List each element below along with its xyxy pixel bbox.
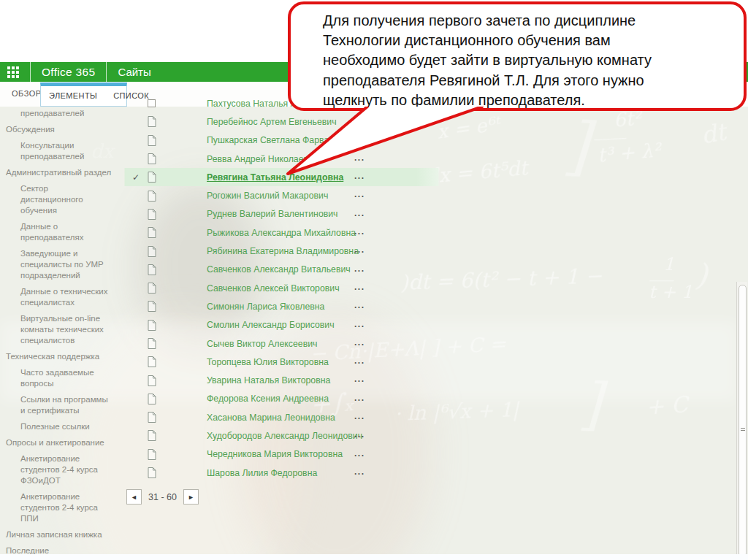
document-icon bbox=[148, 467, 158, 479]
list-row: Торопцева Юлия Викторовна... bbox=[0, 353, 738, 371]
teacher-name-link[interactable]: Симонян Лариса Яковлевна bbox=[207, 302, 324, 312]
row-menu-button[interactable]: ... bbox=[354, 374, 365, 384]
document-icon bbox=[148, 393, 158, 404]
document-icon bbox=[148, 356, 158, 368]
document-icon bbox=[148, 375, 158, 386]
document-icon bbox=[148, 227, 158, 239]
row-menu-button[interactable]: ... bbox=[354, 245, 365, 255]
bottom-edge bbox=[0, 554, 748, 560]
document-icon bbox=[148, 172, 158, 183]
list-row: Перебейнос Артем Евгеньевич... bbox=[0, 112, 738, 131]
teacher-name-link[interactable]: Чередникова Мария Викторовна bbox=[207, 449, 343, 459]
teacher-name-link[interactable]: Руднев Валерий Валентинович bbox=[207, 209, 338, 219]
teacher-name-link[interactable]: Ревягина Татьяна Леонидовна bbox=[207, 172, 343, 183]
list-row: Уварина Наталья Викторовна... bbox=[0, 371, 738, 389]
list-row: Хасанова Марина Леонидовна... bbox=[0, 408, 738, 426]
document-icon bbox=[148, 153, 158, 165]
row-menu-button[interactable]: ... bbox=[354, 134, 365, 145]
teacher-name-link[interactable]: Худобородов Александр Леонидович bbox=[207, 431, 362, 441]
slide-canvas: x = e⁶ᵗdx = 6t⁵dt]6t²⎯⎯⎯⎯t³ + λ²dtdx)dt … bbox=[0, 0, 748, 560]
document-icon bbox=[148, 190, 158, 202]
divider bbox=[30, 62, 31, 82]
page-range-label: 31 - 60 bbox=[148, 492, 177, 502]
row-menu-button[interactable]: ... bbox=[354, 393, 365, 403]
row-menu-button[interactable]: ... bbox=[354, 153, 365, 163]
teacher-name-link[interactable]: Савченков Александр Витальевич bbox=[207, 264, 351, 275]
row-menu-button[interactable]: ... bbox=[354, 300, 365, 310]
teacher-name-link[interactable]: Рябинина Екатерина Владимировна bbox=[207, 246, 359, 256]
teacher-name-link[interactable]: Пушкарская Светлана Фарважевна bbox=[207, 135, 355, 145]
document-icon bbox=[148, 264, 158, 275]
teacher-name-link[interactable]: Шарова Лилия Федоровна bbox=[207, 468, 317, 478]
divider bbox=[106, 62, 107, 82]
app-launcher-waffle-icon[interactable] bbox=[7, 66, 19, 78]
scrollbar-track[interactable] bbox=[736, 282, 747, 560]
list-row: Симонян Лариса Яковлевна... bbox=[0, 297, 738, 315]
sidebar-item[interactable]: Анкетирование студентов 2-4 курса ППИ bbox=[20, 491, 110, 524]
selected-checkmark-icon: ✓ bbox=[130, 172, 142, 183]
row-menu-button[interactable]: ... bbox=[354, 467, 365, 477]
instruction-callout: Для получения первого зачета по дисципли… bbox=[288, 1, 747, 111]
document-icon bbox=[148, 430, 158, 442]
list-row: Пушкарская Светлана Фарважевна... bbox=[0, 131, 738, 150]
list-row: Шарова Лилия Федоровна... bbox=[0, 464, 738, 482]
row-menu-button[interactable]: ... bbox=[354, 411, 365, 421]
instruction-text: Для получения первого зачета по дисципли… bbox=[323, 11, 732, 110]
row-menu-button[interactable]: ... bbox=[354, 448, 365, 459]
next-page-button[interactable]: ► bbox=[183, 489, 199, 505]
teacher-name-link[interactable]: Сычев Виктор Алексеевич bbox=[207, 339, 317, 349]
list-row: Федорова Ксения Андреевна... bbox=[0, 390, 738, 408]
list-row: Чередникова Мария Викторовна... bbox=[0, 445, 738, 464]
document-icon bbox=[148, 208, 158, 220]
row-menu-button[interactable]: ... bbox=[354, 337, 365, 348]
teacher-list: Пахтусова Наталья Алекс...Перебейнос Арт… bbox=[0, 94, 738, 482]
document-icon bbox=[148, 301, 158, 312]
list-row: Сычев Виктор Алексеевич... bbox=[0, 334, 738, 353]
teacher-name-link[interactable]: Уварина Наталья Викторовна bbox=[207, 375, 330, 386]
teacher-name-link[interactable]: Рыжикова Александра Михайловна bbox=[207, 228, 356, 238]
document-icon bbox=[148, 116, 158, 128]
list-row: Худобородов Александр Леонидович... bbox=[0, 426, 738, 445]
list-row: Рыжикова Александра Михайловна... bbox=[0, 223, 738, 242]
list-row: Ревва Андрей Николаевич... bbox=[0, 150, 738, 168]
document-icon bbox=[148, 134, 158, 146]
list-row: Рябинина Екатерина Владимировна... bbox=[0, 242, 738, 260]
teacher-name-link[interactable]: Федорова Ксения Андреевна bbox=[207, 394, 329, 404]
prev-page-button[interactable]: ◄ bbox=[126, 489, 142, 505]
teacher-name-link[interactable]: Торопцева Юлия Викторовна bbox=[207, 357, 329, 367]
scrollbar-grip-icon bbox=[741, 428, 745, 431]
row-menu-button[interactable]: ... bbox=[354, 356, 365, 366]
row-menu-button[interactable]: ... bbox=[354, 189, 365, 199]
list-row: Савченков Алексей Викторович... bbox=[0, 279, 738, 297]
row-menu-button[interactable]: ... bbox=[354, 171, 365, 181]
list-row: Руднев Валерий Валентинович... bbox=[0, 205, 738, 223]
row-menu-button[interactable]: ... bbox=[354, 115, 365, 126]
office365-brand[interactable]: Office 365 bbox=[42, 66, 95, 79]
row-menu-button[interactable]: ... bbox=[354, 208, 365, 218]
document-icon bbox=[148, 245, 158, 257]
row-menu-button[interactable]: ... bbox=[354, 319, 365, 329]
pagination: ◄ 31 - 60 ► bbox=[126, 489, 199, 505]
document-icon bbox=[148, 283, 158, 294]
row-menu-button[interactable]: ... bbox=[354, 264, 365, 274]
list-row: Савченков Александр Витальевич... bbox=[0, 261, 738, 279]
list-row: Смолин Александр Борисович... bbox=[0, 316, 738, 334]
document-icon bbox=[148, 338, 158, 350]
teacher-name-link[interactable]: Хасанова Марина Леонидовна bbox=[207, 413, 335, 423]
sidebar-item[interactable]: Личная записная книжка bbox=[6, 529, 131, 540]
sites-link[interactable]: Сайты bbox=[118, 66, 150, 78]
teacher-name-link[interactable]: Рогожин Василий Макарович bbox=[207, 191, 328, 201]
teacher-name-link[interactable]: Савченков Алексей Викторович bbox=[207, 283, 340, 294]
teacher-name-link[interactable]: Смолин Александр Борисович bbox=[207, 320, 335, 330]
document-icon bbox=[148, 319, 158, 331]
row-menu-button[interactable]: ... bbox=[354, 429, 365, 440]
teacher-name-link[interactable]: Ревва Андрей Николаевич bbox=[207, 154, 318, 164]
document-icon bbox=[148, 412, 158, 423]
teacher-name-link[interactable]: Перебейнос Артем Евгеньевич bbox=[207, 117, 337, 127]
scrollbar-thumb[interactable] bbox=[739, 285, 747, 557]
list-row: Рогожин Василий Макарович... bbox=[0, 186, 738, 204]
item-checkbox-icon[interactable] bbox=[148, 98, 158, 110]
row-menu-button[interactable]: ... bbox=[354, 282, 365, 292]
row-menu-button[interactable]: ... bbox=[354, 226, 365, 237]
list-row: ✓Ревягина Татьяна Леонидовна... bbox=[0, 168, 738, 186]
